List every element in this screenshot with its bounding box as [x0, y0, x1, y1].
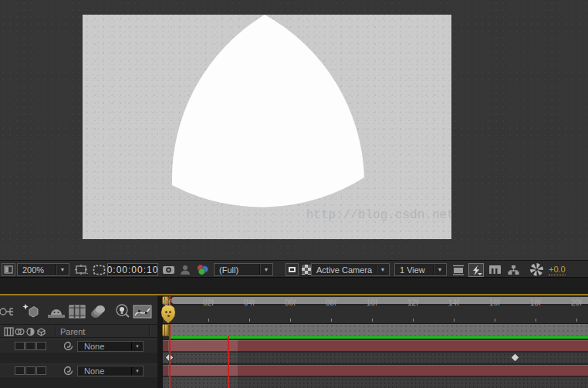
property-row-controls	[0, 377, 157, 388]
chevron-down-icon: ▼	[56, 267, 69, 272]
ruler-label: 20f	[567, 299, 586, 307]
lightning-bolt-icon	[471, 265, 481, 275]
ruler-label: 18f	[526, 299, 545, 307]
ruler-label: 04f	[240, 299, 259, 307]
chevron-down-icon: ▼	[377, 267, 389, 272]
view-layout-dropdown[interactable]: 1 View ▼	[394, 263, 447, 276]
graph-editor-icon	[132, 302, 153, 321]
flowchart-button[interactable]	[505, 263, 521, 276]
ruler-label: 14f	[444, 299, 463, 307]
timeline-icon	[488, 265, 502, 275]
composition-mini-flowchart-button[interactable]	[0, 301, 15, 322]
layer-bar[interactable]	[163, 340, 588, 352]
time-ruler[interactable]	[163, 305, 588, 324]
resolution-dropdown[interactable]: (Full) ▼	[214, 263, 273, 276]
safe-margins-button[interactable]	[451, 263, 466, 276]
snapshot-button[interactable]	[161, 263, 176, 276]
composition-panel: http://blog.csdn.net/	[0, 0, 588, 260]
show-channel-button[interactable]	[195, 263, 210, 276]
panel-gap	[0, 278, 588, 294]
switch-well[interactable]	[36, 366, 46, 375]
active-camera-value: Active Camera	[312, 265, 376, 275]
parent-column-header: Parent	[60, 327, 85, 336]
quality-icon	[4, 327, 14, 336]
draft-3d-icon	[20, 302, 39, 321]
layer-row-controls: None ▼	[0, 365, 157, 376]
rgb-channels-icon	[196, 264, 209, 275]
current-time-field[interactable]: 0:00:00:10	[107, 263, 158, 276]
ruler-label: 10f	[363, 299, 381, 307]
switch-well[interactable]	[36, 342, 46, 350]
ruler-label: 06f	[281, 299, 299, 307]
switch-well[interactable]	[25, 342, 35, 350]
active-camera-dropdown[interactable]: Active Camera ▼	[311, 263, 390, 276]
fast-previews-button[interactable]	[468, 263, 484, 277]
person-icon	[180, 265, 191, 275]
playhead-line[interactable]	[169, 324, 171, 388]
magnification-dropdown[interactable]: 200% ▼	[17, 263, 69, 276]
layer-bar[interactable]	[163, 365, 588, 376]
column-header-row: Parent	[0, 324, 157, 338]
motion-blur-icon	[88, 302, 108, 321]
ruler-label: 08f	[322, 299, 340, 307]
ruler-label: 12f	[404, 299, 422, 307]
parent-dropdown-layer-1[interactable]: None ▼	[77, 341, 144, 352]
composition-viewport[interactable]: http://blog.csdn.net/	[83, 15, 451, 239]
ruler-label: 02f	[199, 299, 218, 307]
grid-guides-icon	[4, 265, 13, 274]
magnification-value: 200%	[18, 265, 56, 275]
exposure-button[interactable]	[528, 263, 546, 276]
frame-blending-button[interactable]	[66, 301, 87, 322]
motion-blur-button[interactable]	[87, 301, 108, 322]
choose-grid-guides-button[interactable]	[2, 263, 15, 276]
parent-dropdown-layer-2[interactable]: None ▼	[77, 366, 144, 376]
switch-well[interactable]	[15, 366, 25, 375]
motion-blur-column-icon	[25, 327, 35, 336]
cached-frames-indicator	[169, 336, 588, 339]
switch-well[interactable]	[15, 342, 25, 350]
ruler-label: 16f	[485, 299, 504, 307]
chevron-down-icon: ▼	[132, 344, 143, 349]
exposure-value[interactable]: +0.0	[549, 263, 566, 276]
brainstorm-icon	[113, 302, 133, 321]
parent-pick-whip-icon[interactable]	[63, 341, 73, 351]
draft-3d-button[interactable]	[19, 301, 39, 322]
region-of-interest-icon	[75, 264, 89, 276]
timeline-panel: Parent None ▼	[0, 295, 588, 388]
marker-line	[228, 336, 229, 388]
parent-pick-whip-icon[interactable]	[63, 366, 73, 376]
chevron-down-icon: ▼	[260, 267, 272, 272]
aperture-icon	[529, 263, 544, 276]
view-layout-value: 1 View	[395, 265, 433, 275]
marquee-button[interactable]	[91, 263, 106, 276]
safe-margins-icon	[451, 265, 465, 275]
marquee-icon	[93, 265, 106, 275]
timeline-button[interactable]	[487, 263, 502, 276]
mini-flowchart-icon	[0, 303, 15, 320]
ruler-ticks	[167, 319, 581, 322]
frame-blend-column-icon	[15, 327, 25, 336]
target-region-icon	[288, 266, 296, 273]
target-region-button[interactable]	[286, 263, 299, 276]
cube-3d-column-icon	[36, 327, 46, 336]
timeline-left-column: Parent None ▼	[0, 295, 157, 388]
camera-icon	[162, 265, 175, 275]
chevron-down-icon: ▼	[434, 267, 446, 272]
work-area-start-handle[interactable]	[162, 324, 169, 336]
hide-shy-layers-button[interactable]	[46, 301, 66, 322]
watermark-text: http://blog.csdn.net/	[301, 208, 451, 222]
show-snapshot-button[interactable]	[179, 263, 191, 276]
property-track	[163, 377, 588, 388]
comp-toolbar: 200% ▼ 0:00:00:10	[0, 260, 588, 278]
resolution-value: (Full)	[215, 265, 259, 275]
frame-blending-icon	[67, 302, 87, 321]
work-area-bar[interactable]	[163, 324, 588, 336]
chevron-down-icon: ▼	[132, 369, 143, 373]
brainstorm-button[interactable]	[112, 301, 133, 322]
shy-layers-icon	[46, 302, 66, 321]
switch-well[interactable]	[25, 366, 35, 375]
graph-editor-button[interactable]	[132, 301, 153, 322]
property-track	[163, 353, 588, 363]
layer-row-controls: None ▼	[0, 340, 157, 352]
region-of-interest-button[interactable]	[73, 263, 90, 276]
